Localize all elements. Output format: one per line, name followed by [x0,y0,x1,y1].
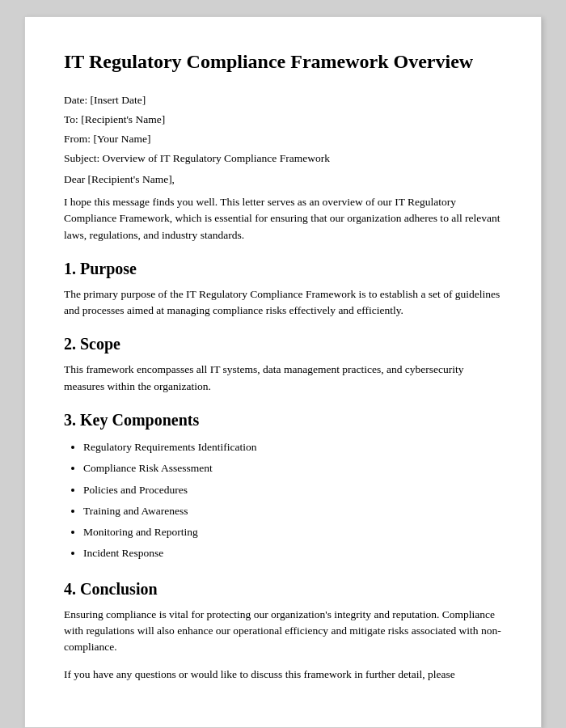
section-heading-purpose: 1. Purpose [64,260,502,278]
closing-text: If you have any questions or would like … [64,667,502,683]
section-body-scope: This framework encompasses all IT system… [64,362,502,395]
key-components-list: Regulatory Requirements Identification C… [83,438,502,564]
list-item: Policies and Procedures [83,480,502,500]
section-heading-scope: 2. Scope [64,335,502,353]
document-title: IT Regulatory Compliance Framework Overv… [64,49,502,74]
from-line: From: [Your Name] [64,133,502,146]
document-container: IT Regulatory Compliance Framework Overv… [24,16,542,728]
list-item: Training and Awareness [83,502,502,521]
section-heading-key-components: 3. Key Components [64,411,502,430]
list-item: Compliance Risk Assessment [83,459,502,478]
section-body-purpose: The primary purpose of the IT Regulatory… [64,286,502,320]
section-body-conclusion: Ensuring compliance is vital for protect… [64,607,502,656]
subject-line: Subject: Overview of IT Regulatory Compl… [64,152,502,165]
section-heading-conclusion: 4. Conclusion [64,580,502,599]
date-line: Date: [Insert Date] [64,94,502,107]
intro-paragraph: I hope this message finds you well. This… [64,194,502,243]
to-line: To: [Recipient's Name] [64,113,502,126]
list-item: Monitoring and Reporting [83,523,502,542]
list-item: Incident Response [83,544,502,563]
salutation: Dear [Recipient's Name], [64,173,502,186]
list-item: Regulatory Requirements Identification [83,438,502,457]
